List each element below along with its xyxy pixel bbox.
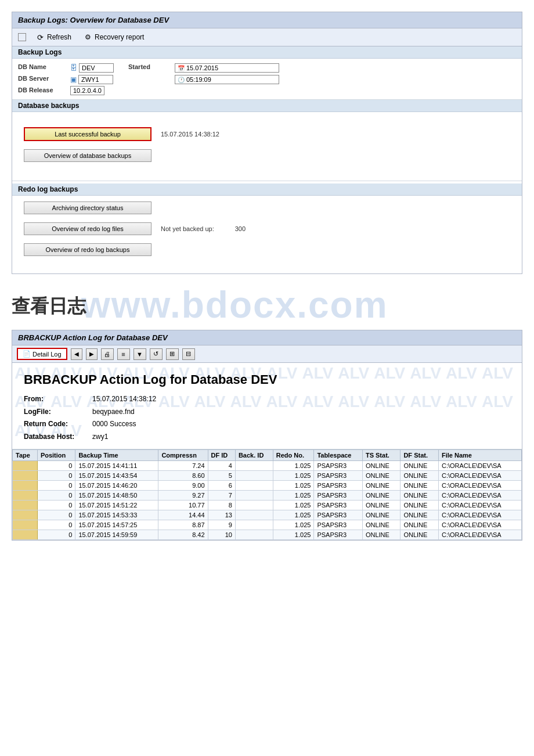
table-cell: ONLINE: [362, 520, 400, 530]
table-cell: [235, 471, 273, 481]
table-cell: 15.07.2015 14:46:20: [75, 481, 158, 491]
row-stripe: [13, 471, 38, 481]
redo-buttons-area: Archiving directory status Overview of r…: [12, 196, 522, 273]
export1-icon: ⊞: [169, 350, 175, 358]
table-cell: ONLINE: [362, 481, 400, 491]
calendar-icon: 📅: [178, 65, 185, 71]
last-successful-date: 15.07.2015 14:38:12: [161, 131, 219, 138]
table-cell: PSAPSR3: [314, 530, 363, 540]
redo-log-section: Redo log backups Archiving directory sta…: [12, 181, 522, 273]
table-cell: [235, 530, 273, 540]
backup-logs-panel: Backup Logs: Overview for Database DEV R…: [12, 12, 522, 274]
refresh3-button[interactable]: ↺: [150, 348, 163, 360]
table-row: 015.07.2015 14:51:2210.7781.025PSAPSR3ON…: [13, 501, 522, 510]
db-server-value: ZWY1: [78, 75, 113, 84]
table-cell: ONLINE: [400, 520, 439, 530]
data-table-wrapper: Tape Position Backup Time Compressn DF I…: [12, 449, 522, 540]
table-row: 015.07.2015 14:53:3314.44131.025PSAPSR3O…: [13, 510, 522, 520]
table-cell: PSAPSR3: [314, 510, 363, 520]
table-cell: 1.025: [273, 471, 314, 481]
recovery-report-button[interactable]: Recovery report: [81, 31, 146, 43]
table-cell: PSAPSR3: [314, 461, 363, 471]
last-successful-backup-button[interactable]: Last successful backup: [24, 127, 151, 141]
row-stripe: [13, 530, 38, 540]
table-row: 015.07.2015 14:57:258.8791.025PSAPSR3ONL…: [13, 520, 522, 530]
table-cell: [235, 501, 273, 510]
db-name-row: 🗄 DEV: [70, 63, 128, 73]
print-button[interactable]: 🖨: [101, 348, 114, 360]
overview-db-row: Overview of database backups: [24, 149, 510, 162]
db-release-value: 10.2.0.4.0: [70, 87, 128, 95]
table-cell: C:\ORACLE\DEV\SA: [438, 530, 521, 540]
row-stripe: [13, 510, 38, 520]
filter1-icon: ≡: [121, 351, 125, 358]
started-date-field: 📅 15.07.2015: [175, 63, 279, 73]
table-row: 015.07.2015 14:59:598.42101.025PSAPSR3ON…: [13, 530, 522, 540]
table-cell: [235, 510, 273, 520]
arrow-left-icon: ◀: [74, 351, 79, 357]
log-from-value: 15.07.2015 14:38:12: [92, 393, 156, 406]
col-header-backid: Back. ID: [235, 450, 273, 461]
redo-log-section-label: Redo log backups: [12, 183, 522, 196]
filter2-button[interactable]: ▼: [134, 348, 146, 360]
panel-icon: [18, 33, 26, 41]
recovery-icon: [83, 33, 92, 42]
db-release-label: DB Release: [18, 87, 70, 95]
table-cell: PSAPSR3: [314, 520, 363, 530]
brbackup-toolbar: 📄 Detail Log ◀ ▶ 🖨 ≡ ▼ ↺ ⊞: [12, 345, 522, 363]
row-stripe: [13, 491, 38, 501]
table-cell: 6: [208, 481, 235, 491]
return-code-row: Return Code: 0000 Success: [24, 418, 510, 431]
table-cell: [235, 461, 273, 471]
col-header-tsstat: TS Stat.: [362, 450, 400, 461]
log-file-value: beqypaee.fnd: [92, 406, 135, 419]
export1-button[interactable]: ⊞: [166, 348, 179, 360]
table-header-row: Tape Position Backup Time Compressn DF I…: [13, 450, 522, 461]
overview-redo-row: Overview of redo log files Not yet backe…: [24, 222, 510, 235]
col-header-dfid: DF ID: [208, 450, 235, 461]
table-cell: 9.27: [158, 491, 208, 501]
log-file-row: LogFile: beqypaee.fnd: [24, 406, 510, 419]
table-cell: 1.025: [273, 491, 314, 501]
table-cell: 13: [208, 510, 235, 520]
filter1-button[interactable]: ≡: [117, 348, 130, 360]
overview-redo-files-button[interactable]: Overview of redo log files: [24, 222, 151, 235]
overview-redo-backups-button[interactable]: Overview of redo log backups: [24, 243, 151, 256]
filter2-icon: ▼: [136, 351, 143, 358]
archiving-directory-button[interactable]: Archiving directory status: [24, 201, 151, 214]
table-cell: ONLINE: [400, 471, 439, 481]
db-host-label: Database Host:: [24, 431, 88, 444]
table-cell: 1.025: [273, 461, 314, 471]
table-cell: ONLINE: [362, 491, 400, 501]
db-backups-section-label: Database backups: [12, 100, 522, 112]
table-row: 015.07.2015 14:43:548.6051.025PSAPSR3ONL…: [13, 471, 522, 481]
table-cell: PSAPSR3: [314, 481, 363, 491]
table-cell: 15.07.2015 14:59:59: [75, 530, 158, 540]
table-cell: C:\ORACLE\DEV\SA: [438, 481, 521, 491]
detail-log-button[interactable]: 📄 Detail Log: [17, 348, 67, 360]
table-cell: ONLINE: [400, 510, 439, 520]
table-cell: 1.025: [273, 481, 314, 491]
row-stripe: [13, 481, 38, 491]
export2-button[interactable]: ⊟: [182, 348, 195, 360]
table-cell: 9.00: [158, 481, 208, 491]
table-cell: 4: [208, 461, 235, 471]
log-meta: From: 15.07.2015 14:38:12 LogFile: beqyp…: [24, 393, 510, 443]
row-stripe: [13, 520, 38, 530]
backup-logs-toolbar: Refresh Recovery report: [12, 28, 522, 46]
arrow-right-icon: ▶: [89, 351, 94, 357]
table-cell: [235, 520, 273, 530]
watermark-text: www.bdocx.com: [81, 283, 388, 326]
table-cell: PSAPSR3: [314, 491, 363, 501]
table-cell: 10: [208, 530, 235, 540]
nav-next-button[interactable]: ▶: [86, 348, 98, 360]
table-cell: ONLINE: [362, 471, 400, 481]
table-row: 015.07.2015 14:48:509.2771.025PSAPSR3ONL…: [13, 491, 522, 501]
refresh-button[interactable]: Refresh: [33, 31, 74, 43]
log-file-label: LogFile:: [24, 406, 88, 419]
db-server-row: ▣ ZWY1: [70, 75, 128, 84]
nav-prev-button[interactable]: ◀: [71, 348, 82, 360]
overview-db-backups-button[interactable]: Overview of database backups: [24, 149, 151, 162]
export2-icon: ⊟: [186, 350, 191, 358]
table-row: 015.07.2015 14:46:209.0061.025PSAPSR3ONL…: [13, 481, 522, 491]
